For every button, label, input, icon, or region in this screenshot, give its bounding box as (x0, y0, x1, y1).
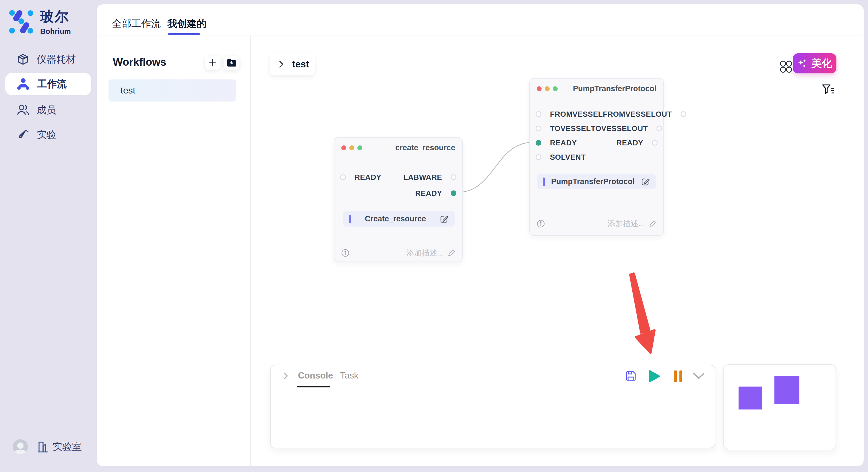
sidebar-item-label: 工作流 (37, 77, 67, 91)
lab-switcher[interactable]: 实验室 (36, 440, 82, 453)
workflow-list-item[interactable]: test (108, 79, 236, 102)
node-pump-transfer-protocol[interactable]: PumpTransferProtocol FROMVESSEL FROMVESS… (529, 78, 664, 236)
pencil-icon[interactable] (448, 249, 455, 257)
node-action-button[interactable]: Create_resource (343, 211, 455, 227)
edge-create-to-pump (451, 138, 542, 198)
members-icon (17, 104, 29, 116)
chevron-right-icon (278, 60, 285, 68)
port-in-fromvessel[interactable] (536, 111, 541, 117)
plus-icon (208, 59, 217, 67)
node-title: create_resource (395, 143, 455, 152)
dot-red (537, 86, 541, 91)
tab-console[interactable]: Console (298, 370, 333, 381)
sidebar-item-label: 仪器耗材 (37, 53, 76, 66)
pencil-icon[interactable] (649, 220, 656, 227)
info-icon[interactable] (341, 249, 349, 257)
breadcrumb-label: test (292, 59, 309, 70)
collapse-console-icon[interactable] (693, 373, 704, 380)
account-row[interactable]: 实验室 (13, 439, 82, 454)
port-out-ready[interactable] (451, 191, 456, 196)
port-in-tovessel[interactable] (536, 126, 541, 131)
building-icon (36, 440, 49, 453)
filter-icon[interactable] (822, 83, 835, 96)
node-title: PumpTransferProtocol (573, 84, 656, 93)
tab-my-created[interactable]: 我创建的 (167, 17, 206, 30)
minimap-node-pump-transfer (774, 376, 799, 404)
port-out-tovesselout[interactable] (656, 126, 662, 131)
minimap-node-create-resource (739, 386, 762, 409)
info-icon[interactable] (537, 220, 545, 228)
node-create-resource[interactable]: create_resource READY LABWARE READY Crea… (334, 137, 463, 262)
dot-yellow (545, 86, 550, 91)
edit-icon[interactable] (641, 177, 650, 186)
dot-red (341, 145, 346, 150)
workflows-panel-title: Workflows (113, 56, 166, 68)
port-label: FROMVESSEL (550, 110, 603, 119)
sidebar-item-members[interactable]: 成员 (5, 99, 91, 121)
run-icon[interactable] (649, 370, 660, 382)
description-placeholder[interactable]: 添加描述... (608, 218, 645, 229)
port-in-ready[interactable] (536, 140, 541, 146)
test-tube-icon (17, 129, 29, 141)
layout-grid-icon[interactable] (778, 59, 794, 74)
port-label: TOVESSELOUT (591, 124, 648, 133)
lab-label: 实验室 (53, 440, 82, 453)
add-workflow-button[interactable] (205, 56, 220, 70)
import-folder-button[interactable] (224, 56, 239, 70)
port-out-labware[interactable] (451, 174, 456, 180)
port-in-ready[interactable] (340, 174, 346, 180)
port-out-fromvesselout[interactable] (681, 111, 686, 117)
sidebar-item-instruments[interactable]: 仪器耗材 (5, 48, 91, 71)
port-label: LABWARE (403, 173, 442, 182)
node-action-label: Create_resource (351, 214, 440, 224)
node-footer: 添加描述... (537, 218, 656, 229)
folder-download-icon (227, 59, 237, 67)
console-tab-underline (297, 386, 330, 387)
sidebar-item-workflows[interactable]: 工作流 (5, 73, 91, 95)
brand-logo: 玻尔 Bohrium (9, 7, 71, 36)
traffic-dots (341, 145, 362, 150)
port-label: FROMVESSELOUT (603, 110, 672, 119)
sidebar-item-experiments[interactable]: 实验 (5, 124, 91, 146)
beautify-button[interactable]: 美化 (793, 53, 836, 73)
node-header: PumpTransferProtocol (530, 78, 663, 99)
sidebar-item-label: 实验 (37, 128, 56, 141)
active-tab-underline (168, 33, 200, 35)
save-icon[interactable] (625, 370, 637, 382)
port-out-ready[interactable] (652, 140, 658, 146)
node-footer: 添加描述... (341, 248, 455, 258)
tab-all-workflows[interactable]: 全部工作流 (112, 17, 161, 30)
console-expand-icon[interactable] (283, 372, 289, 380)
traffic-dots (537, 86, 558, 91)
package-icon (17, 53, 29, 66)
pause-icon[interactable] (673, 370, 683, 382)
workflow-item-name: test (121, 85, 135, 96)
port-label: SOLVENT (550, 153, 586, 162)
edit-icon[interactable] (440, 215, 448, 224)
dot-green (358, 145, 362, 150)
port-in-solvent[interactable] (536, 154, 541, 160)
sidebar-item-label: 成员 (37, 103, 56, 117)
avatar[interactable] (13, 439, 28, 454)
port-label: READY (616, 138, 643, 147)
node-header: create_resource (334, 138, 462, 158)
brand-name-en: Bohrium (40, 27, 71, 36)
node-action-button[interactable]: PumpTransferProtocol (537, 174, 656, 189)
bohrium-logo-icon (9, 9, 34, 34)
annotation-arrow (617, 267, 669, 359)
workflow-group-icon (17, 78, 30, 90)
minimap[interactable] (723, 364, 836, 450)
brand-name-cn: 玻尔 (40, 7, 71, 26)
canvas-breadcrumb[interactable]: test (270, 53, 315, 75)
port-label: READY (550, 138, 577, 147)
port-label: TOVESSEL (550, 124, 591, 133)
sparkles-icon (797, 58, 807, 69)
dot-yellow (349, 145, 354, 150)
dot-green (553, 86, 558, 91)
node-action-label: PumpTransferProtocol (545, 177, 641, 186)
port-label: READY (415, 189, 442, 198)
description-placeholder[interactable]: 添加描述... (406, 248, 444, 258)
tab-task[interactable]: Task (340, 370, 359, 381)
beautify-label: 美化 (811, 57, 832, 71)
port-label: READY (354, 173, 381, 182)
